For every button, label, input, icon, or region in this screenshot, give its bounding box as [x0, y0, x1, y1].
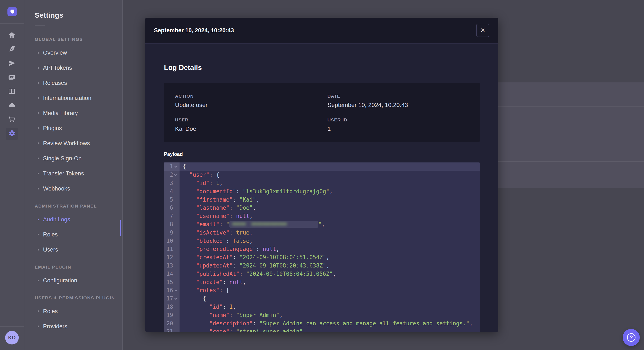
- sidebar-item-transfer-tokens[interactable]: Transfer Tokens: [35, 169, 122, 178]
- fold-toggle-icon[interactable]: [173, 286, 178, 295]
- user-avatar[interactable]: KD: [5, 331, 19, 345]
- line-number-cell: 15: [164, 278, 180, 286]
- nav-section-label: GLOBAL SETTINGS: [35, 37, 122, 42]
- fold-spacer: [173, 303, 178, 311]
- bullet-icon: [38, 82, 40, 84]
- line-number: 21: [166, 328, 173, 332]
- token-s: "2024-09-10T08:04:51.054Z": [239, 254, 326, 260]
- rail-item-home[interactable]: [6, 29, 18, 42]
- token-k: "createdAt": [196, 254, 233, 260]
- line-number: 19: [166, 312, 173, 318]
- bullet-icon: [38, 188, 40, 189]
- rail-item-images[interactable]: [6, 71, 18, 84]
- nav-item-label: Overview: [43, 49, 67, 56]
- sidebar-item-roles[interactable]: Roles: [35, 230, 122, 239]
- sidebar-item-configuration[interactable]: Configuration: [35, 276, 122, 285]
- token-k: "preferedLanguage": [196, 246, 256, 252]
- token-p: :: [233, 254, 239, 260]
- sidebar-item-review-workflows[interactable]: Review Workflows: [35, 139, 122, 148]
- token-n: 1: [229, 304, 233, 310]
- line-number-cell: 2: [164, 171, 180, 179]
- rail-divider: [0, 23, 24, 24]
- token-p: ,: [322, 221, 325, 227]
- line-number: 20: [166, 320, 173, 327]
- strapi-logo-icon[interactable]: [8, 7, 17, 16]
- line-number-cell: 16: [164, 286, 180, 295]
- rail-item-cloud[interactable]: [6, 100, 18, 112]
- rail-item-cart[interactable]: [6, 114, 18, 126]
- nav-item-label: Roles: [43, 231, 58, 238]
- sidebar-item-roles[interactable]: Roles: [35, 307, 122, 316]
- sidebar-item-plugins[interactable]: Plugins: [35, 124, 122, 133]
- token-p: [183, 312, 209, 318]
- code-text: "preferedLanguage": null,: [180, 246, 280, 252]
- token-k: "locale": [196, 279, 223, 285]
- code-line: 21 "code": "strapi-super-admin": [164, 328, 480, 332]
- line-number: 14: [166, 271, 173, 277]
- bullet-icon: [38, 67, 40, 69]
- token-k: "publishedAt": [196, 271, 240, 277]
- fold-toggle-icon[interactable]: [173, 171, 178, 179]
- token-u: null: [236, 213, 250, 219]
- bullet-icon: [38, 326, 40, 327]
- code-text: "lastname": "Doe",: [180, 204, 256, 211]
- help-button[interactable]: ?: [623, 329, 640, 346]
- rail-item-send[interactable]: [6, 57, 18, 70]
- token-p: [183, 279, 196, 285]
- code-text: "firstname": "Kai",: [180, 196, 260, 203]
- code-text: "description": "Super Admins can access …: [180, 320, 473, 327]
- token-p: :: [223, 304, 229, 310]
- sidebar-item-media-library[interactable]: Media Library: [35, 109, 122, 117]
- line-number: 13: [166, 262, 173, 269]
- token-p: ,: [233, 304, 236, 310]
- payload-json-viewer[interactable]: 1{2 "user": {3 "id": 1,4 "documentId": "…: [164, 163, 480, 332]
- line-number: 4: [166, 188, 173, 194]
- sidebar-item-users[interactable]: Users: [35, 245, 122, 254]
- line-number-cell: 8: [164, 220, 180, 229]
- token-k: "documentId": [196, 188, 236, 194]
- token-p: [183, 262, 196, 269]
- field-label: DATE: [328, 94, 480, 99]
- nav-section-label: EMAIL PLUGIN: [35, 265, 122, 270]
- sidebar-item-internationalization[interactable]: Internationalization: [35, 94, 122, 102]
- log-field-user: USERKai Doe: [175, 117, 328, 132]
- field-label: ACTION: [175, 94, 328, 99]
- cloud-icon: [8, 101, 16, 110]
- rail-item-layout[interactable]: [6, 85, 18, 98]
- field-label: USER: [175, 117, 328, 123]
- code-text: "roles": [: [180, 287, 229, 293]
- token-n: 1: [216, 180, 220, 186]
- close-button[interactable]: ✕: [476, 24, 490, 37]
- token-u: null: [229, 279, 243, 285]
- nav-item-label: Webhooks: [43, 185, 70, 192]
- code-line: 17 {: [164, 295, 480, 303]
- rail-item-gear[interactable]: [6, 128, 18, 140]
- sidebar-item-single-sign-on[interactable]: Single Sign-On: [35, 154, 122, 163]
- sidebar-item-webhooks[interactable]: Webhooks: [35, 184, 122, 193]
- token-p: [183, 213, 196, 219]
- line-number-cell: 6: [164, 204, 180, 212]
- line-number-cell: 14: [164, 270, 180, 278]
- fold-spacer: [173, 270, 178, 278]
- token-p: :: [229, 204, 236, 211]
- fold-toggle-icon[interactable]: [173, 295, 178, 303]
- sidebar-item-releases[interactable]: Releases: [35, 79, 122, 87]
- chevron-down-icon: [174, 165, 177, 168]
- bullet-icon: [38, 173, 40, 174]
- token-k: "blocked": [196, 238, 226, 244]
- sidebar-item-audit-logs[interactable]: Audit Logs: [35, 215, 122, 224]
- token-p: ,: [326, 254, 330, 260]
- rail-item-feather[interactable]: [6, 43, 18, 56]
- fold-spacer: [173, 195, 178, 204]
- fold-toggle-icon[interactable]: [173, 163, 178, 171]
- sidebar-item-providers[interactable]: Providers: [35, 322, 122, 331]
- token-p: :: [233, 196, 239, 203]
- field-value: 1: [328, 126, 480, 132]
- code-line: 1{: [164, 163, 480, 171]
- sidebar-item-overview[interactable]: Overview: [35, 48, 122, 57]
- line-number: 8: [166, 221, 173, 227]
- token-p: ,: [250, 238, 253, 244]
- sidebar-item-api-tokens[interactable]: API Tokens: [35, 64, 122, 72]
- nav-item-label: Audit Logs: [43, 216, 70, 223]
- token-p: ,: [253, 204, 256, 211]
